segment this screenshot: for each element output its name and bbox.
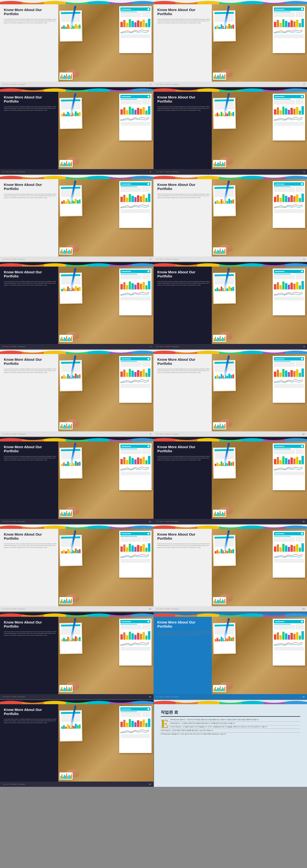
slide-title-7: Know More About Our Portfolio xyxy=(4,270,56,278)
slide-footer-num-3: 3 xyxy=(150,171,151,173)
slide-title-8: Know More About Our Portfolio xyxy=(157,270,210,278)
slide-title-10: Know More About Our Portfolio xyxy=(157,358,210,366)
slide-footer-left-6: Your Topic / Subtitle / Paragraph xyxy=(156,258,179,260)
slide-footer-num-11: 11 xyxy=(149,521,151,523)
slide-footer-left-4: Your Topic / Subtitle / Paragraph xyxy=(156,171,179,173)
slide-footer-left-1: Your Topic / Subtitle / Paragraph xyxy=(2,84,26,85)
slide-15: Know More About Our Portfolio Lorem ipsu… xyxy=(0,613,154,700)
completion-slide: 작업완 료 E 1.PPT(Keynote) 파일이요 : 이것은 텍스트와이를… xyxy=(154,700,307,787)
wave-decoration-4 xyxy=(154,87,307,92)
wave-decoration-5 xyxy=(0,175,154,179)
slide-footer-num-1: 1 xyxy=(150,83,151,86)
slide-4: Know More About Our Portfolio Lorem ipsu… xyxy=(154,87,307,174)
completion-item-4: 5.PPT(Keynote) 이용방법이요 : 각각의 슬라이드에서 텍스트와 … xyxy=(161,733,300,735)
slide-footer-left-14: Your Topic / Subtitle / Paragraph xyxy=(156,608,179,610)
slide-footer-left-11: Your Topic / Subtitle / Paragraph xyxy=(2,521,26,522)
slide-footer-num-15: 15 xyxy=(149,696,151,698)
wave-decoration-7 xyxy=(0,262,154,267)
wave-decoration-10 xyxy=(154,350,307,354)
wave-decoration-9 xyxy=(0,350,154,354)
slide-9: Know More About Our Portfolio Lorem ipsu… xyxy=(0,350,154,437)
slide-footer-left-8: Your Topic / Subtitle / Paragraph xyxy=(156,346,179,347)
slide-footer-left-9: Your Topic / Subtitle / Paragraph xyxy=(2,433,26,435)
slide-footer-left-5: Your Topic / Subtitle / Paragraph xyxy=(2,258,26,260)
wave-decoration-11 xyxy=(0,437,154,441)
slide-16: Know More About Our Portfolio Lorem ipsu… xyxy=(154,613,307,700)
slide-8: Know More About Our Portfolio Lorem ipsu… xyxy=(154,262,307,349)
slide-footer-num-6: 6 xyxy=(304,258,305,260)
slide-footer-left-16: Your Topic / Subtitle / Paragraph xyxy=(156,696,179,698)
wave-decoration-17 xyxy=(0,700,154,704)
slide-footer-left-15: Your Topic / Subtitle / Paragraph xyxy=(2,696,26,698)
slide-title-9: Know More About Our Portfolio xyxy=(4,358,56,366)
completion-item-2: 3.이미지 파일이요 : 이 제품에 사용된 이미지 파일들입니다. 이미지 교… xyxy=(161,726,300,728)
slide-title-2: Know More About Our Portfolio xyxy=(157,8,210,16)
slide-title-17: Know More About Our Portfolio xyxy=(4,708,56,716)
slide-footer-num-4: 4 xyxy=(304,171,305,173)
slide-footer-left-13: Your Topic / Subtitle / Paragraph xyxy=(2,608,26,610)
slide-title-6: Know More About Our Portfolio xyxy=(157,183,210,191)
slide-title-11: Know More About Our Portfolio xyxy=(4,445,56,453)
slide-footer-left-7: Your Topic / Subtitle / Paragraph xyxy=(2,346,26,347)
slide-title-15: Know More About Our Portfolio xyxy=(4,620,56,628)
wave-decoration-2 xyxy=(154,0,307,4)
completion-item-0: 1.PPT(Keynote) 파일이요 : 이것은 텍스트와이를 포함한 모든 … xyxy=(161,719,300,721)
slide-footer-left-3: Your Topic / Subtitle / Paragraph xyxy=(2,171,26,173)
slide-footer-left-10: Your Topic / Subtitle / Paragraph xyxy=(156,433,179,435)
wave-decoration-1 xyxy=(0,0,154,4)
slide-title-5: Know More About Our Portfolio xyxy=(4,183,56,191)
slide-14: Know More About Our Portfolio Lorem ipsu… xyxy=(154,525,307,612)
completion-title-text: 작업완 료 xyxy=(161,710,300,717)
slide-footer-num-13: 13 xyxy=(149,608,151,610)
slide-footer-num-16: 16 xyxy=(302,696,305,698)
slide-title-16: Know More About Our Portfolio xyxy=(157,620,210,628)
wave-decoration-3 xyxy=(0,87,154,92)
slide-footer-num-17: 17 xyxy=(149,783,151,785)
slide-2: Know More About Our Portfolio Lorem ipsu… xyxy=(154,0,307,87)
wave-decoration-16 xyxy=(154,613,307,617)
wave-decoration-13 xyxy=(0,525,154,529)
slide-title-13: Know More About Our Portfolio xyxy=(4,532,56,540)
slide-7: Know More About Our Portfolio Lorem ipsu… xyxy=(0,262,154,349)
slide-5: Know More About Our Portfolio Lorem ipsu… xyxy=(0,175,154,262)
completion-item-3: 4.PDF 파일이요 : 이것은 제품의 최종적인 형태를 확인하실 수 있는 … xyxy=(161,730,300,732)
slide-13: Know More About Our Portfolio Lorem ipsu… xyxy=(0,525,154,612)
slide-title-12: Know More About Our Portfolio xyxy=(157,445,210,453)
slide-title-3: Know More About Our Portfolio xyxy=(4,95,56,103)
slide-17: Know More About Our Portfolio Lorem ipsu… xyxy=(0,700,154,787)
wave-decoration-6 xyxy=(154,175,307,179)
slide-footer-num-7: 7 xyxy=(150,346,151,348)
slide-footer-num-12: 12 xyxy=(302,521,305,523)
slide-title-1: Know More About Our Portfolio xyxy=(4,8,56,16)
slide-footer-left-12: Your Topic / Subtitle / Paragraph xyxy=(156,521,179,522)
slide-footer-num-10: 10 xyxy=(302,433,305,435)
wave-decoration-15 xyxy=(0,613,154,617)
slide-title-14: Know More About Our Portfolio xyxy=(157,532,210,540)
slide-footer-num-8: 8 xyxy=(304,346,305,348)
slide-footer-num-2: 2 xyxy=(304,83,305,86)
slide-10: Know More About Our Portfolio Lorem ipsu… xyxy=(154,350,307,437)
completion-initial: E xyxy=(161,719,169,729)
slide-1: Know More About Our Portfolio Lorem ipsu… xyxy=(0,0,154,87)
slide-12: Know More About Our Portfolio Lorem ipsu… xyxy=(154,437,307,524)
slide-footer-num-9: 9 xyxy=(150,433,151,435)
wave-decoration-12 xyxy=(154,437,307,441)
slide-6: Know More About Our Portfolio Lorem ipsu… xyxy=(154,175,307,262)
wave-decoration-8 xyxy=(154,262,307,267)
slide-11: Know More About Our Portfolio Lorem ipsu… xyxy=(0,437,154,524)
slide-title-4: Know More About Our Portfolio xyxy=(157,95,210,103)
wave-decoration-14 xyxy=(154,525,307,529)
slide-footer-num-14: 14 xyxy=(302,608,305,610)
slide-footer-left-17: Your Topic / Subtitle / Paragraph xyxy=(2,783,26,785)
slide-footer-num-5: 5 xyxy=(150,258,151,260)
slide-footer-left-2: Your Topic / Subtitle / Paragraph xyxy=(156,84,179,85)
slide-3: Know More About Our Portfolio Lorem ipsu… xyxy=(0,87,154,174)
completion-item-1: 2.폰트 파일이요 : 이 제품에 사용된 폰트 파일을 제공해드립니다. 폰트… xyxy=(161,722,300,724)
